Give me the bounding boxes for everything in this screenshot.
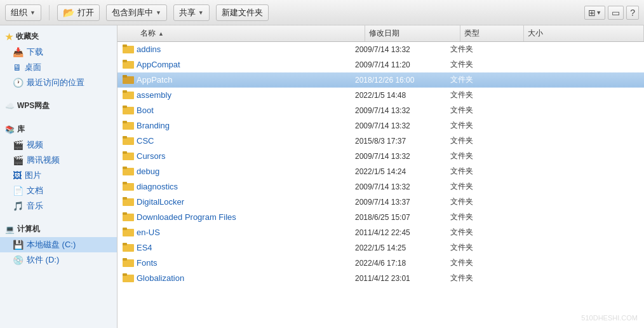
col-header-date[interactable]: 修改日期 <box>365 25 460 41</box>
file-date: 2022/1/5 14:25 <box>351 243 446 252</box>
sidebar-item-downloads[interactable]: 📥 下载 <box>0 44 117 60</box>
computer-icon: 💻 <box>5 225 15 234</box>
svg-rect-27 <box>123 243 127 245</box>
file-type: 文件夹 <box>446 90 510 100</box>
sidebar-item-documents[interactable]: 📄 文档 <box>0 183 117 198</box>
d-drive-icon: 💿 <box>13 255 23 265</box>
include-dropdown-arrow: ▼ <box>156 10 161 16</box>
divider-2 <box>0 116 117 121</box>
sidebar-item-recent[interactable]: 🕐 最近访问的位置 <box>0 75 117 90</box>
favorites-header[interactable]: ★ 收藏夹 <box>0 29 117 44</box>
table-row[interactable]: AppCompat 2009/7/14 11:20 文件夹 <box>117 57 644 72</box>
open-button[interactable]: 📂 打开 <box>57 4 100 21</box>
file-date: 2011/4/12 23:01 <box>351 274 446 283</box>
video-label: 视频 <box>27 139 43 151</box>
col-header-size[interactable]: 大小 <box>524 25 644 41</box>
sidebar-item-music[interactable]: 🎵 音乐 <box>0 198 117 214</box>
tencent-video-icon: 🎬 <box>13 155 23 165</box>
help-button[interactable]: ? <box>626 6 639 20</box>
table-row[interactable]: addins 2009/7/14 13:32 文件夹 <box>117 42 644 57</box>
library-header[interactable]: 📚 库 <box>0 121 117 137</box>
folder-icon <box>123 181 137 193</box>
file-type: 文件夹 <box>446 181 510 192</box>
file-date: 2022/1/5 14:48 <box>351 91 446 100</box>
favorites-section: ★ 收藏夹 📥 下载 🖥 桌面 🕐 最近访问的位置 <box>0 29 117 90</box>
file-name: Cursors <box>137 151 351 161</box>
downloads-icon: 📥 <box>13 47 23 57</box>
folder-icon <box>123 135 137 147</box>
sidebar-item-pictures[interactable]: 🖼 图片 <box>0 168 117 183</box>
table-row[interactable]: debug 2022/1/5 14:24 文件夹 <box>117 164 644 179</box>
file-name: Downloaded Program Files <box>137 212 351 222</box>
view-controls: ⊞ ▼ ▭ ? <box>584 6 639 20</box>
folder-icon <box>123 196 137 208</box>
table-row[interactable]: AppPatch 2018/12/26 16:00 文件夹 <box>117 72 644 88</box>
watermark: 510DHESHI.COM <box>581 314 638 322</box>
table-row[interactable]: Downloaded Program Files 2018/6/25 15:07… <box>117 210 644 225</box>
favorites-star-icon: ★ <box>5 32 13 42</box>
file-name: debug <box>137 167 351 176</box>
toolbar-separator-1 <box>49 5 50 20</box>
sidebar-item-d-drive[interactable]: 💿 软件 (D:) <box>0 252 117 268</box>
svg-rect-29 <box>123 258 127 261</box>
sort-arrow-up: ▲ <box>158 31 164 37</box>
col-date-label: 修改日期 <box>369 28 399 39</box>
table-row[interactable]: CSC 2015/8/3 17:37 文件夹 <box>117 133 644 149</box>
wps-header[interactable]: ☁️ WPS网盘 <box>0 98 117 114</box>
file-date: 2009/7/14 11:20 <box>351 60 446 69</box>
file-type: 文件夹 <box>446 135 510 146</box>
music-label: 音乐 <box>27 200 43 212</box>
documents-icon: 📄 <box>13 186 23 196</box>
library-section: 📚 库 🎬 视频 🎬 腾讯视频 🖼 图片 📄 文档 🎵 音乐 <box>0 121 117 214</box>
sidebar-item-video[interactable]: 🎬 视频 <box>0 137 117 153</box>
sidebar-item-desktop[interactable]: 🖥 桌面 <box>0 60 117 75</box>
svg-rect-11 <box>123 121 127 123</box>
file-date: 2018/6/25 15:07 <box>351 213 446 222</box>
table-row[interactable]: Branding 2009/7/14 13:32 文件夹 <box>117 118 644 133</box>
svg-rect-15 <box>123 151 127 154</box>
preview-pane-button[interactable]: ▭ <box>608 6 624 20</box>
new-folder-button[interactable]: 新建文件夹 <box>216 4 269 21</box>
table-row[interactable]: ES4 2022/1/5 14:25 文件夹 <box>117 240 644 256</box>
include-label: 包含到库中 <box>112 7 153 18</box>
table-row[interactable]: diagnostics 2009/7/14 13:32 文件夹 <box>117 179 644 195</box>
wps-label: WPS网盘 <box>17 100 50 111</box>
computer-header[interactable]: 💻 计算机 <box>0 221 117 237</box>
table-row[interactable]: Fonts 2022/4/6 17:18 文件夹 <box>117 256 644 271</box>
table-row[interactable]: assembly 2022/1/5 14:48 文件夹 <box>117 88 644 103</box>
share-button[interactable]: 共享 ▼ <box>173 4 210 21</box>
include-button[interactable]: 包含到库中 ▼ <box>106 4 167 21</box>
file-type: 文件夹 <box>446 227 510 238</box>
table-row[interactable]: en-US 2011/4/12 22:45 文件夹 <box>117 225 644 240</box>
table-row[interactable]: DigitalLocker 2009/7/14 13:37 文件夹 <box>117 195 644 210</box>
file-name: Fonts <box>137 258 351 268</box>
file-date: 2018/12/26 16:00 <box>351 76 446 85</box>
video-icon: 🎬 <box>13 140 23 150</box>
table-row[interactable]: Cursors 2009/7/14 13:32 文件夹 <box>117 149 644 164</box>
file-type: 文件夹 <box>446 44 510 55</box>
library-icon: 📚 <box>5 125 15 134</box>
view-mode-button[interactable]: ⊞ ▼ <box>584 6 605 20</box>
file-type: 文件夹 <box>446 59 510 70</box>
tencent-video-label: 腾讯视频 <box>27 154 60 166</box>
recent-label: 最近访问的位置 <box>27 77 84 88</box>
file-date: 2009/7/14 13:32 <box>351 121 446 130</box>
sidebar-item-tencent-video[interactable]: 🎬 腾讯视频 <box>0 153 117 168</box>
file-name: CSC <box>137 136 351 146</box>
library-label: 库 <box>17 124 25 135</box>
col-header-name[interactable]: 名称 ▲ <box>137 25 365 41</box>
table-row[interactable]: Globalization 2011/4/12 23:01 文件夹 <box>117 271 644 286</box>
file-list-content: 名称 ▲ 修改日期 类型 大小 addins 2009/7/14 13:32 文… <box>117 25 644 328</box>
table-row[interactable]: Boot 2009/7/14 13:32 文件夹 <box>117 103 644 118</box>
favorites-label: 收藏夹 <box>16 31 39 42</box>
col-header-type[interactable]: 类型 <box>460 25 524 41</box>
view-mode-arrow: ▼ <box>596 10 601 16</box>
file-type: 文件夹 <box>446 257 510 268</box>
sidebar-item-c-drive[interactable]: 💾 本地磁盘 (C:) <box>0 237 117 252</box>
file-name: ES4 <box>137 243 351 252</box>
folder-icon <box>123 150 137 162</box>
organize-button[interactable]: 组织 ▼ <box>5 4 41 21</box>
folder-icon <box>123 120 137 132</box>
documents-label: 文档 <box>27 185 43 196</box>
svg-rect-7 <box>123 90 127 93</box>
